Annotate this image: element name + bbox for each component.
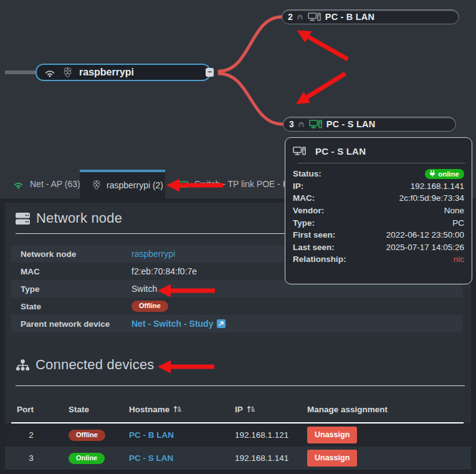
col-header-manage: Manage assignment	[307, 405, 471, 414]
unassign-button[interactable]: Unassign	[307, 427, 357, 443]
wifi-icon	[44, 67, 56, 77]
state-badge: Online	[69, 453, 105, 464]
ip-cell: 192.168.1.141	[235, 453, 307, 463]
tooltip-row: Last seen: 2025-07-17 14:05:26	[285, 241, 472, 254]
ip-cell: 192.168.1.121	[235, 430, 307, 440]
hostname-link[interactable]: PC - S LAN	[129, 453, 173, 463]
graph-node-pc-b-lan[interactable]: 2 PC - B LAN	[282, 9, 459, 24]
table-row: 3 Online PC - S LAN 192.168.1.141 Unassi…	[5, 447, 471, 470]
hostname-link[interactable]: PC - B LAN	[129, 430, 174, 440]
col-header-hostname[interactable]: Hostname	[129, 405, 235, 414]
tooltip-row: Type: PC	[285, 216, 472, 229]
tooltip-title: PC - S LAN	[315, 146, 366, 157]
tooltip-header: PC - S LAN	[285, 138, 472, 157]
node-label: PC - B LAN	[325, 12, 374, 22]
table-end-strip	[5, 470, 471, 474]
table-header-row: Port State Hostname IP	[5, 396, 471, 422]
plug-icon	[429, 170, 436, 177]
tab-net-ap[interactable]: Net - AP (63)	[0, 170, 80, 198]
col-header-ip[interactable]: IP	[235, 405, 307, 414]
port-number: 2	[288, 12, 293, 22]
section-divider	[16, 385, 465, 386]
tooltip-row: Vendor: None	[285, 205, 472, 217]
field-label: Network node	[21, 249, 131, 259]
sort-icon	[247, 405, 255, 413]
unassign-button[interactable]: Unassign	[307, 450, 357, 467]
raspberry-pi-icon	[92, 180, 101, 190]
desktop-icon	[293, 147, 306, 156]
state-badge: Offline	[131, 301, 168, 312]
network-node-heading: Network node	[16, 210, 122, 226]
type-value: Switch	[131, 284, 157, 294]
col-header-port: Port	[17, 405, 69, 414]
external-link-icon[interactable]	[217, 319, 226, 328]
sort-icon	[173, 405, 181, 413]
port-number: 3	[289, 119, 294, 129]
node-label: raspberrypi	[79, 67, 134, 78]
table-row: 2 Offline PC - B LAN 192.168.1.121 Unass…	[5, 423, 471, 447]
tooltip-row: Relationship: nic	[285, 253, 472, 266]
port-cell: 2	[17, 430, 45, 440]
field-label: State	[21, 302, 131, 311]
field-row: State Offline	[11, 297, 462, 315]
tab-raspberrypi-active[interactable]: raspberrypi (2)	[80, 170, 165, 198]
edge-to-pcb	[219, 17, 282, 71]
col-header-state: State	[69, 405, 129, 414]
port-link-icon	[297, 14, 303, 20]
tab-label: Switch - TP link POE - Kitc	[194, 179, 297, 189]
mac-value: f2:eb:70:84:f0:7e	[131, 266, 197, 276]
state-badge: Offline	[69, 430, 105, 441]
section-title: Connected devices	[36, 357, 155, 373]
tooltip-row: IP: 192.168.1.141	[285, 180, 472, 193]
field-label: Type	[21, 284, 131, 294]
field-label: Parent network device	[21, 319, 131, 329]
port-link-icon	[298, 122, 305, 127]
switch-icon	[178, 180, 189, 188]
device-tooltip: PC - S LAN Status: online	[285, 137, 472, 284]
collapse-button[interactable]: −	[206, 68, 214, 77]
network-app-page: raspberrypi − 2 PC - B LAN	[0, 0, 476, 474]
tooltip-row: Status: online	[285, 168, 472, 180]
online-status-badge: online	[425, 169, 464, 179]
network-node-link[interactable]: raspberrypi	[131, 249, 175, 259]
desktop-icon	[308, 12, 321, 22]
tooltip-fields: Status: online IP: 192.168.1.141	[285, 168, 472, 266]
desktop-icon	[309, 120, 322, 129]
tooltip-row: First seen: 2022-06-12 23:50:00	[285, 229, 472, 241]
field-label: MAC	[21, 267, 131, 276]
section-title: Network node	[36, 210, 122, 226]
tooltip-divider	[298, 163, 465, 163]
port-cell: 3	[17, 453, 45, 463]
field-row: Parent network device Net - Switch - Stu…	[11, 315, 462, 332]
connected-devices-table: Port State Hostname IP	[5, 396, 471, 470]
tab-label: raspberrypi (2)	[107, 180, 163, 190]
node-label: PC - S LAN	[326, 119, 376, 129]
raspberry-pi-icon	[63, 67, 72, 78]
graph-node-pc-s-lan[interactable]: 3 PC - S LAN	[283, 117, 456, 132]
edge-to-pcs	[219, 74, 282, 124]
tooltip-row: MAC: 2c:f0:5d:9e:73:34	[285, 192, 472, 205]
wifi-icon	[12, 180, 24, 189]
connected-devices-heading: Connected devices	[16, 357, 155, 373]
tab-label: Net - AP (63)	[30, 179, 80, 189]
parent-device-link[interactable]: Net - Switch - Study	[131, 319, 213, 329]
server-icon	[16, 212, 31, 225]
graph-node-raspberrypi[interactable]: raspberrypi	[36, 64, 211, 81]
sitemap-icon	[16, 359, 30, 371]
